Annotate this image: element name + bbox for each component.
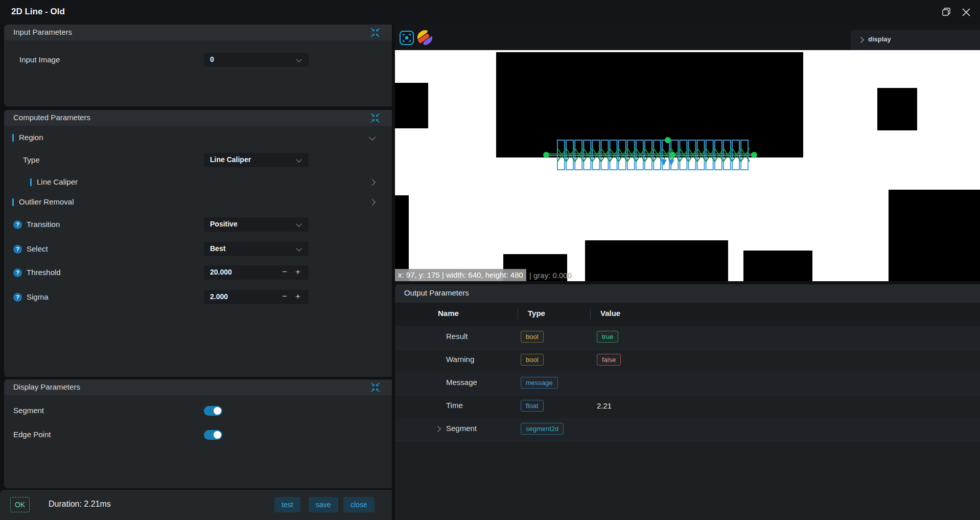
transition-label: Transition	[27, 219, 60, 230]
threshold-input[interactable]: 20.000	[204, 265, 309, 280]
duration-text: Duration: 2.21ms	[49, 500, 111, 509]
toggle-knob	[214, 407, 221, 415]
section-title: Input Parameters	[13, 28, 72, 36]
computed-parameters-section: Computed Parameters Region Type Line Cal…	[4, 110, 392, 377]
table-row[interactable]: Segment segment2d	[395, 418, 980, 441]
viewer-toolbar: display	[395, 25, 980, 50]
help-icon[interactable]	[13, 268, 22, 277]
window-title: 2D Line - Old	[11, 7, 65, 17]
value-badge: false	[597, 354, 621, 366]
table-row[interactable]: Time float 2.21	[395, 395, 980, 418]
select-select[interactable]: Best	[204, 242, 309, 256]
test-button[interactable]: test	[274, 497, 300, 512]
column-header-name: Name	[438, 309, 459, 318]
edge-point-toggle[interactable]	[204, 430, 222, 440]
increment-icon[interactable]	[295, 290, 300, 304]
output-parameters-panel: Output Parameters Name Type Value Result…	[395, 284, 980, 520]
table-row[interactable]: Result bool true	[395, 326, 980, 349]
help-icon[interactable]	[13, 293, 22, 302]
tool-window: 2D Line - Old Input Parameters Input Ima…	[0, 0, 980, 520]
segment-toggle-label: Segment	[13, 405, 44, 416]
type-badge: float	[521, 400, 544, 412]
outlier-removal-group-label: Outlier Removal	[19, 196, 74, 208]
value-badge: true	[597, 331, 618, 343]
row-name: Segment	[446, 424, 477, 433]
sigma-input[interactable]: 2.000	[204, 290, 309, 304]
column-header-type: Type	[528, 309, 545, 318]
transition-value: Positive	[210, 220, 238, 228]
chevron-right-icon	[858, 37, 864, 42]
footer-bar: OK Duration: 2.21ms test save close	[0, 490, 392, 520]
type-label: Type	[23, 154, 40, 166]
input-parameters-section: Input Parameters Input Image 0	[4, 25, 392, 106]
chevron-right-icon[interactable]	[369, 179, 376, 186]
column-header-value: Value	[600, 309, 620, 318]
transition-select[interactable]: Positive	[204, 217, 309, 232]
select-value: Best	[210, 244, 225, 253]
type-badge: bool	[521, 354, 544, 366]
edge-point-toggle-label: Edge Point	[13, 429, 51, 440]
collapse-icon[interactable]	[370, 26, 381, 38]
output-parameters-header: Output Parameters	[395, 284, 980, 303]
row-name: Result	[446, 332, 468, 341]
column-divider	[590, 309, 591, 319]
help-icon[interactable]	[13, 220, 22, 229]
input-parameters-header: Input Parameters	[4, 25, 392, 40]
threshold-value: 20.000	[210, 268, 232, 276]
input-image-select[interactable]: 0	[204, 53, 309, 67]
fit-view-icon[interactable]	[399, 30, 414, 46]
close-button[interactable]: close	[343, 497, 375, 512]
type-badge: segment2d	[521, 423, 564, 435]
chevron-down-icon	[296, 221, 301, 227]
input-image-label: Input Image	[19, 54, 60, 65]
decrement-icon[interactable]	[282, 265, 287, 280]
type-badge: bool	[521, 331, 544, 343]
section-title: Computed Parameters	[13, 113, 90, 122]
cursor-position-text: x: 97, y: 175 | width: 640, height: 480	[395, 269, 526, 281]
row-name: Warning	[446, 355, 474, 364]
increment-icon[interactable]	[295, 265, 300, 280]
image-viewer-canvas[interactable]: x: 97, y: 175 | width: 640, height: 480 …	[395, 50, 980, 281]
chevron-down-icon	[296, 56, 301, 62]
table-row[interactable]: Message message	[395, 372, 980, 395]
collapse-icon[interactable]	[370, 381, 381, 393]
save-button[interactable]: save	[309, 497, 338, 512]
app-logo-icon[interactable]	[417, 30, 433, 46]
threshold-label: Threshold	[27, 267, 61, 278]
status-badge: OK	[10, 497, 30, 512]
row-name: Message	[446, 378, 477, 387]
group-accent-bar	[12, 134, 14, 142]
cursor-status-bar: x: 97, y: 175 | width: 640, height: 480 …	[395, 269, 572, 281]
display-parameters-section: Display Parameters Segment Edge Point	[4, 379, 392, 488]
collapse-icon[interactable]	[370, 111, 381, 124]
tab-display[interactable]: display	[851, 30, 980, 50]
type-select[interactable]: Line Caliper	[204, 153, 309, 167]
column-divider	[518, 309, 518, 319]
computed-parameters-header: Computed Parameters	[4, 110, 392, 126]
toggle-knob	[214, 431, 221, 439]
help-icon[interactable]	[13, 245, 22, 254]
row-value-text: 2.21	[597, 401, 612, 410]
decrement-icon[interactable]	[282, 290, 287, 304]
line-caliper-overlay	[395, 50, 980, 281]
group-accent-bar	[30, 178, 32, 186]
tab-label: display	[868, 35, 891, 43]
type-value: Line Caliper	[210, 155, 251, 164]
output-table-header: Name Type Value	[395, 303, 980, 326]
sigma-value: 2.000	[210, 292, 228, 301]
close-icon[interactable]	[960, 6, 973, 19]
restore-icon[interactable]	[940, 6, 953, 19]
table-row[interactable]: Warning bool false	[395, 349, 980, 372]
region-group-label: Region	[19, 132, 43, 143]
display-parameters-header: Display Parameters	[4, 379, 392, 395]
segment-toggle[interactable]	[204, 406, 222, 416]
chevron-right-icon[interactable]	[435, 426, 440, 432]
select-label: Select	[27, 243, 48, 255]
row-name: Time	[446, 401, 463, 410]
chevron-right-icon[interactable]	[369, 199, 376, 206]
type-badge: message	[521, 377, 558, 389]
sigma-label: Sigma	[27, 291, 49, 303]
group-accent-bar	[12, 198, 14, 206]
chevron-down-icon	[296, 245, 301, 251]
chevron-down-icon[interactable]	[369, 134, 376, 141]
